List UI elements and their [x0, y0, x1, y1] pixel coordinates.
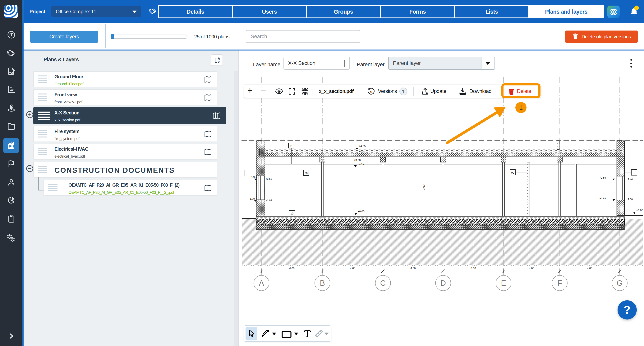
svg-text:A: A	[259, 279, 264, 287]
svg-text:4.00: 4.00	[471, 267, 476, 270]
svg-text:+2.55: +2.55	[266, 178, 272, 180]
svg-text:+4.40: +4.40	[359, 150, 365, 153]
svg-text:F: F	[557, 279, 562, 287]
svg-text:4.00: 4.00	[289, 267, 294, 270]
svg-text:90: 90	[511, 171, 514, 174]
svg-text:9: 9	[370, 90, 372, 94]
svg-text:D: D	[440, 279, 446, 287]
svg-text:10: 10	[290, 212, 294, 215]
svg-text:+2.55: +2.55	[600, 176, 606, 179]
svg-text:+0.00: +0.00	[636, 209, 643, 212]
svg-text:4.00: 4.00	[350, 267, 355, 270]
svg-text:A: A	[218, 57, 220, 61]
svg-text:Z: Z	[218, 60, 220, 64]
svg-text:E: E	[501, 279, 506, 287]
svg-text:+1.00: +1.00	[626, 198, 633, 201]
svg-text:2.60: 2.60	[422, 185, 425, 190]
svg-text:90: 90	[304, 172, 308, 175]
svg-text:+3.49: +3.49	[357, 162, 364, 165]
svg-text:+2.44: +2.44	[626, 178, 633, 181]
svg-text:+1.93: +1.93	[600, 197, 606, 200]
svg-text:←: ←	[246, 172, 249, 175]
svg-text:+0.00: +0.00	[358, 210, 364, 213]
svg-text:G: G	[616, 279, 622, 287]
svg-text:+3.98: +3.98	[354, 158, 361, 162]
svg-text:4.00: 4.00	[529, 267, 534, 270]
svg-text:+1.00: +1.00	[248, 197, 255, 200]
svg-text:4.00: 4.00	[410, 267, 416, 270]
svg-text:B: B	[320, 279, 325, 287]
svg-text:11: 11	[290, 144, 293, 147]
svg-text:+2.45: +2.45	[249, 176, 256, 178]
svg-text:4.00: 4.00	[587, 267, 592, 270]
svg-text:C: C	[380, 279, 386, 287]
svg-text:+4.35: +4.35	[359, 144, 366, 148]
svg-text:+1.93: +1.93	[266, 199, 272, 202]
